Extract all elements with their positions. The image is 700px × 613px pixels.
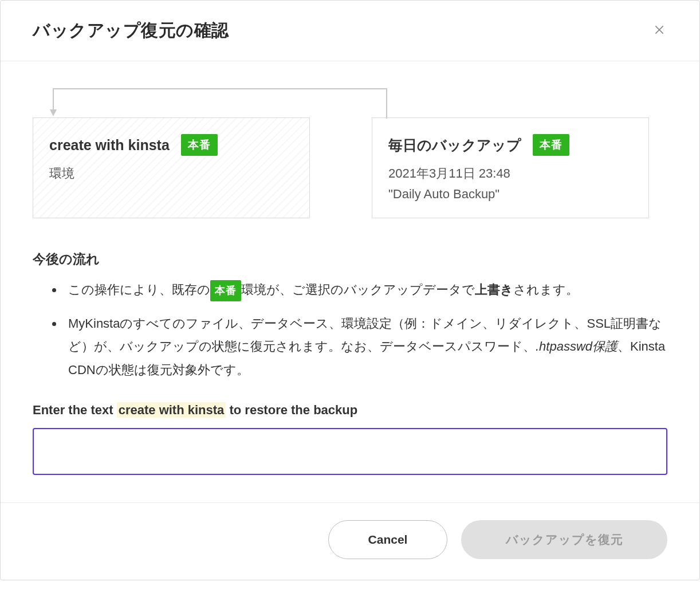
modal-header: バックアップ復元の確認 [1, 1, 699, 61]
environment-label: 環境 [49, 165, 293, 182]
modal-body: create with kinsta 本番 環境 毎日のバックアップ 本番 20… [1, 61, 699, 502]
backup-name: "Daily Auto Backup" [388, 187, 632, 202]
inline-env-badge: 本番 [210, 280, 241, 301]
svg-marker-2 [50, 109, 57, 116]
whats-next-title: 今後の流れ [33, 250, 667, 268]
cards-row: create with kinsta 本番 環境 毎日のバックアップ 本番 20… [33, 117, 667, 218]
modal-title: バックアップ復元の確認 [33, 19, 229, 42]
backup-title: 毎日のバックアップ [388, 136, 521, 155]
backup-card: 毎日のバックアップ 本番 2021年3月11日 23:48 "Daily Aut… [372, 117, 649, 218]
flow-arrow [49, 84, 384, 117]
restore-backup-modal: バックアップ復元の確認 create with kinsta 本番 環境 [0, 0, 700, 580]
confirm-input[interactable] [33, 428, 667, 475]
environment-name: create with kinsta [49, 137, 170, 154]
backup-timestamp: 2021年3月11日 23:48 [388, 165, 632, 182]
environment-title-row: create with kinsta 本番 [49, 134, 293, 156]
modal-footer: Cancel バックアップを復元 [1, 502, 699, 580]
confirm-highlight: create with kinsta [117, 402, 226, 418]
close-icon [654, 24, 665, 36]
cancel-button[interactable]: Cancel [328, 520, 447, 559]
bullet2-italic: .htpasswd保護 [536, 339, 618, 353]
bullet1-before: この操作により、既存の [68, 282, 210, 297]
confirm-label: Enter the text create with kinsta to res… [33, 403, 667, 418]
list-item: MyKinstaのすべてのファイル、データベース、環境設定（例：ドメイン、リダイ… [64, 312, 667, 382]
bullet1-after: されます。 [513, 282, 579, 297]
confirm-label-after: to restore the backup [226, 403, 357, 417]
list-item: この操作により、既存の本番環境が、ご選択のバックアップデータで上書きされます。 [64, 278, 667, 302]
backup-title-row: 毎日のバックアップ 本番 [388, 134, 632, 156]
backup-badge: 本番 [533, 134, 569, 156]
close-button[interactable] [651, 22, 667, 40]
environment-badge: 本番 [181, 134, 218, 156]
confirm-label-before: Enter the text [33, 403, 117, 417]
whats-next-list: この操作により、既存の本番環境が、ご選択のバックアップデータで上書きされます。 … [64, 278, 667, 382]
bullet1-mid: 環境が、ご選択のバックアップデータで [241, 282, 475, 297]
bullet1-bold: 上書き [475, 282, 513, 297]
environment-card: create with kinsta 本番 環境 [33, 117, 310, 218]
restore-button[interactable]: バックアップを復元 [461, 520, 667, 559]
